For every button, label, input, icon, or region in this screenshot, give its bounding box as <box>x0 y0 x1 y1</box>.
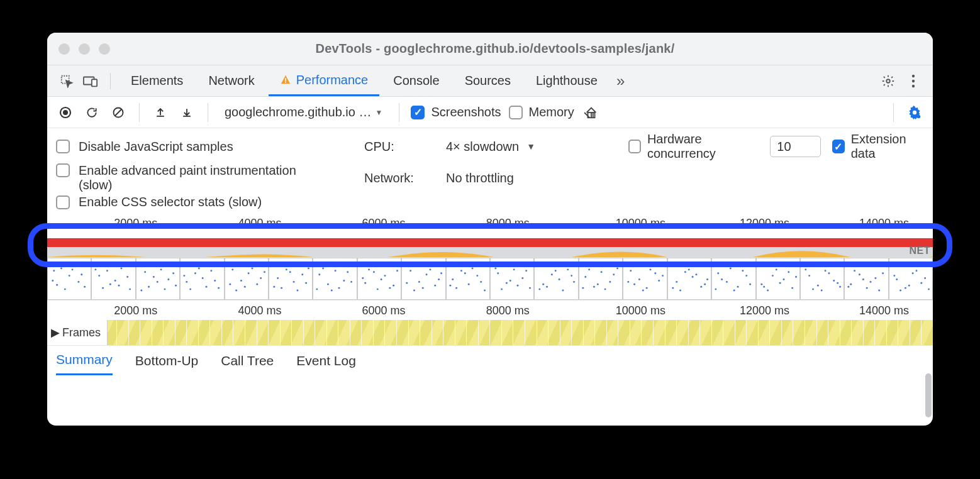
frames-track[interactable]: ▶ Frames <box>47 320 933 345</box>
minimize-dot[interactable] <box>79 43 90 55</box>
svg-rect-153 <box>579 263 622 294</box>
devtools-window: DevTools - googlechrome.github.io/devtoo… <box>47 33 933 426</box>
screenshot-thumb[interactable] <box>756 258 800 300</box>
svg-point-73 <box>243 286 245 288</box>
svg-point-80 <box>301 273 303 275</box>
screenshot-thumb[interactable] <box>136 258 180 300</box>
close-dot[interactable] <box>58 43 70 55</box>
capture-settings-button[interactable] <box>905 103 924 122</box>
svg-point-60 <box>206 286 208 288</box>
vertical-scrollbar[interactable] <box>925 373 932 417</box>
screenshot-thumb[interactable] <box>313 258 357 300</box>
reload-button[interactable] <box>82 103 101 122</box>
svg-rect-65 <box>225 263 268 294</box>
window-titlebar: DevTools - googlechrome.github.io/devtoo… <box>47 33 933 65</box>
screenshot-thumb[interactable] <box>357 258 401 300</box>
svg-point-47 <box>167 278 169 280</box>
inspect-icon[interactable] <box>56 70 77 92</box>
screenshot-thumb[interactable] <box>91 258 135 300</box>
svg-point-226 <box>879 290 881 292</box>
svg-point-119 <box>440 272 442 274</box>
device-toolbar-icon[interactable] <box>80 70 101 92</box>
more-menu-icon[interactable] <box>903 70 924 92</box>
screenshot-thumb[interactable] <box>401 258 445 300</box>
tab-summary[interactable]: Summary <box>56 346 113 375</box>
svg-point-154 <box>584 276 586 278</box>
enable-css-checkbox[interactable]: Enable CSS selector stats (slow) <box>56 195 364 209</box>
tab-console[interactable]: Console <box>382 66 450 96</box>
tab-event-log[interactable]: Event Log <box>296 346 356 375</box>
svg-point-180 <box>679 290 681 292</box>
svg-point-133 <box>506 282 508 284</box>
enable-paint-checkbox[interactable]: Enable advanced paint instrumentation (s… <box>56 163 364 192</box>
screenshot-thumb[interactable] <box>47 258 91 300</box>
screenshot-thumb[interactable] <box>800 258 844 300</box>
screenshot-thumb[interactable] <box>844 258 888 300</box>
svg-point-99 <box>364 282 366 284</box>
svg-line-12 <box>115 109 121 116</box>
svg-point-89 <box>327 284 329 285</box>
screenshot-thumb[interactable] <box>711 258 755 300</box>
hw-concurrency-input[interactable]: 10 <box>770 136 821 157</box>
tab-network[interactable]: Network <box>197 66 265 96</box>
svg-point-205 <box>775 268 777 270</box>
ruler-tick: 8000 ms <box>486 217 530 230</box>
screenshot-filmstrip[interactable]: NET <box>47 257 933 300</box>
svg-point-229 <box>848 286 850 288</box>
svg-point-24 <box>69 275 70 277</box>
svg-point-167 <box>646 287 648 289</box>
screenshot-thumb[interactable] <box>180 258 224 300</box>
screenshot-thumb[interactable] <box>269 258 313 300</box>
tab-sources[interactable]: Sources <box>454 66 522 96</box>
tab-performance[interactable]: Performance <box>269 66 380 96</box>
screenshot-thumb[interactable] <box>579 258 623 300</box>
record-button[interactable] <box>56 103 75 122</box>
collect-garbage-button[interactable] <box>582 103 601 122</box>
tab-lighthouse[interactable]: Lighthouse <box>525 66 609 96</box>
clear-button[interactable] <box>109 103 128 122</box>
screenshot-thumb[interactable] <box>446 258 490 300</box>
screenshot-thumb[interactable] <box>667 258 711 300</box>
cpu-throttle-select[interactable]: 4× slowdown ▼ <box>446 140 628 154</box>
screenshot-thumb[interactable] <box>889 258 933 300</box>
tab-elements[interactable]: Elements <box>120 66 194 96</box>
ruler-tick: 8000 ms <box>486 304 530 317</box>
svg-point-104 <box>384 275 386 277</box>
tab-bottom-up[interactable]: Bottom-Up <box>135 346 198 375</box>
screenshot-thumb[interactable] <box>534 258 578 300</box>
frames-track-header[interactable]: ▶ Frames <box>47 320 108 345</box>
svg-point-206 <box>795 276 797 278</box>
download-button[interactable] <box>177 103 196 122</box>
svg-point-190 <box>742 270 743 272</box>
svg-point-52 <box>140 290 142 292</box>
screenshot-thumb[interactable] <box>490 258 534 300</box>
svg-point-112 <box>426 273 428 275</box>
svg-point-217 <box>805 268 806 270</box>
disable-js-checkbox[interactable]: Disable JavaScript samples <box>56 140 364 154</box>
screenshot-thumb[interactable] <box>225 258 269 300</box>
svg-point-102 <box>389 287 391 289</box>
screenshots-checkbox[interactable]: ✓ Screenshots <box>411 105 501 119</box>
network-throttle-select[interactable]: No throttling <box>446 171 628 185</box>
zoom-dot[interactable] <box>99 43 110 55</box>
overview-fps-band <box>47 238 933 247</box>
overview-timeline[interactable]: 2000 ms 4000 ms 6000 ms 8000 ms 10000 ms… <box>47 213 933 257</box>
svg-point-18 <box>913 110 916 114</box>
flame-chart-ruler[interactable]: 2000 ms 4000 ms 6000 ms 8000 ms 10000 ms… <box>47 300 933 320</box>
upload-button[interactable] <box>151 103 170 122</box>
svg-point-129 <box>484 290 486 292</box>
tab-call-tree[interactable]: Call Tree <box>221 346 274 375</box>
svg-rect-208 <box>801 263 844 294</box>
settings-icon[interactable] <box>877 70 899 92</box>
more-tabs-button[interactable]: » <box>611 72 630 90</box>
target-url-dropdown[interactable]: googlechrome.github.io … ▼ <box>220 102 387 123</box>
hw-concurrency-checkbox[interactable]: Hardware concurrency <box>628 132 759 161</box>
extension-data-checkbox[interactable]: ✓ Extension data <box>832 132 924 161</box>
screenshot-thumb[interactable] <box>623 258 667 300</box>
memory-checkbox[interactable]: Memory <box>509 105 574 119</box>
svg-point-236 <box>915 270 917 272</box>
checkbox-label: Disable JavaScript samples <box>79 140 233 154</box>
svg-point-166 <box>638 278 640 280</box>
svg-point-152 <box>574 281 576 283</box>
svg-point-23 <box>60 267 62 269</box>
